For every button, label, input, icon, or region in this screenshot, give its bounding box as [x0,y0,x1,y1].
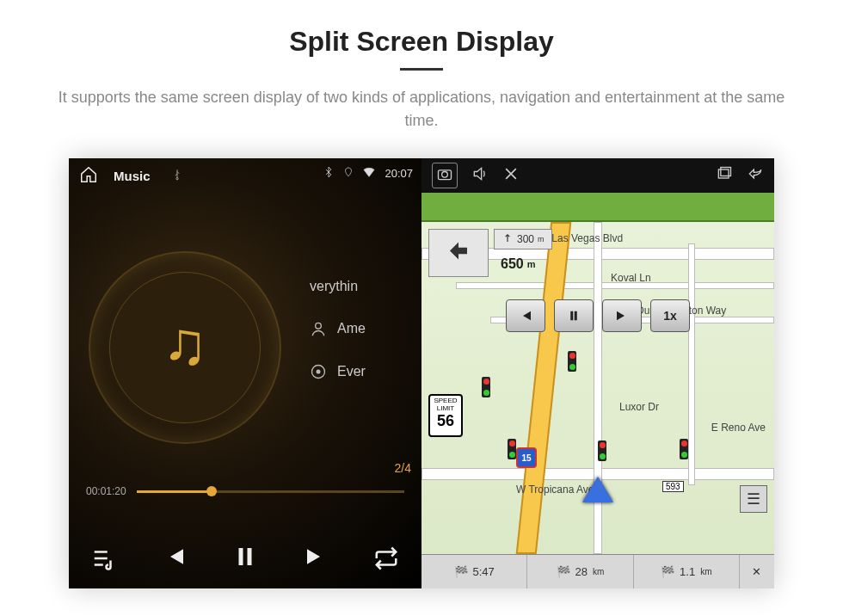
close-icon[interactable] [502,165,520,186]
nav-bottom-bar: 🏁 5:47 🏁 28 km 🏁 1.1 km ✕ [422,554,774,588]
wifi-icon [362,165,376,182]
svg-rect-10 [575,311,577,321]
seek-thumb[interactable] [206,486,217,496]
traffic-light-icon [598,440,606,461]
track-title-row: verythin [310,279,366,294]
source-text: Ever [337,364,366,379]
map-area[interactable]: S Las Vegas Blvd Koval Ln Duke Ellington… [422,222,774,554]
svg-rect-8 [721,168,731,176]
camera-icon[interactable] [432,163,458,188]
album-art[interactable]: ♫ [90,253,280,442]
vehicle-cursor-icon [582,477,613,502]
track-index: 2/4 [395,461,411,475]
person-icon [310,320,327,337]
remaining-cell[interactable]: 🏁 28 km [527,555,633,588]
artist-row: Ame [310,320,366,337]
music-note-icon: ♫ [163,309,208,378]
street-luxor: Luxor Dr [619,401,659,413]
next-value: 1.1 [680,565,695,578]
nav-top-bar [422,193,774,222]
route-shield-15: 15 [516,447,537,468]
turn-primary-dist: 650 [501,256,524,272]
prev-track-button[interactable] [162,544,188,573]
flag-icon: 🏁 [454,565,468,578]
turn-ahead-icon [501,233,514,245]
bluetooth-icon [323,166,335,181]
page-title: Split Screen Display [0,26,843,58]
clock-value: 20:07 [385,167,413,180]
music-controls [69,544,422,573]
traffic-light-icon [568,351,576,372]
turn-secondary-dist: 300 [517,233,534,245]
track-title-text: verythin [310,279,358,294]
turn-secondary: 300 m [494,229,552,249]
playlist-icon[interactable] [91,545,117,571]
svg-rect-3 [239,548,243,565]
volume-icon[interactable] [471,165,489,186]
turn-primary-dist-box: 650 m [494,253,552,275]
split-screen-device: Music 20:07 ♫ verythin [69,158,774,588]
seek-bar[interactable] [137,490,404,493]
navigation-pane: S Las Vegas Blvd Koval Ln Duke Ellington… [422,158,774,588]
location-icon [343,167,354,180]
svg-rect-9 [570,311,573,321]
page-subtitle: It supports the same screen display of t… [52,86,791,132]
disc-icon [310,363,327,380]
next-flag-icon: 🏁 [661,565,674,578]
seek-fill [137,490,212,493]
remaining-value: 28 [575,565,588,578]
pause-button[interactable] [232,544,258,573]
turn-primary [428,229,489,277]
track-info: verythin Ame Ever [310,279,366,380]
street-las-vegas-blvd: S Las Vegas Blvd [542,232,623,244]
turn-left-icon [446,240,471,266]
traffic-light-icon [508,439,516,459]
svg-point-0 [316,323,322,329]
back-icon[interactable] [747,165,764,186]
route-playback-controls: 1x [506,299,690,332]
close-nav-button[interactable]: ✕ [740,555,774,588]
next-turn-cell[interactable]: 🏁 1.1 km [634,555,740,588]
svg-point-2 [317,370,321,374]
exit-badge: 593 [662,481,684,492]
artist-text: Ame [337,321,366,336]
distance-icon: 🏁 [557,565,570,578]
eta-cell[interactable]: 🏁 5:47 [422,555,527,588]
elapsed-time: 00:01:20 [86,485,126,497]
next-unit: km [700,567,711,576]
turn-secondary-unit: m [538,235,545,243]
traffic-light-icon [482,377,490,397]
progress-row: 00:01:20 [86,485,404,497]
source-row: Ever [310,363,366,380]
next-track-button[interactable] [303,544,329,573]
svg-point-6 [442,172,448,178]
route-next-button[interactable] [602,299,642,332]
home-icon[interactable] [79,165,98,187]
speed-value: 56 [430,413,461,430]
repeat-icon[interactable] [373,545,399,571]
route-speed-button[interactable]: 1x [650,299,690,332]
remaining-unit: km [593,567,604,576]
route-prev-button[interactable] [506,299,545,332]
music-pane: Music 20:07 ♫ verythin [69,158,422,588]
speed-limit-sign: SPEED LIMIT 56 [428,394,463,437]
street-koval: Koval Ln [611,272,651,284]
map-menu-button[interactable]: ☰ [740,485,767,513]
music-status-right: 20:07 [323,165,413,182]
turn-panel: 300 m 650 m [428,229,552,277]
music-app-label: Music [114,169,151,183]
recent-apps-icon[interactable] [716,165,733,186]
system-bar [422,158,774,193]
usb-icon [171,169,183,183]
route-pause-button[interactable] [554,299,594,332]
eta-value: 5:47 [473,565,495,578]
svg-rect-7 [718,169,729,178]
street-reno: E Reno Ave [711,422,766,434]
traffic-light-icon [680,439,688,459]
title-underline [400,68,443,71]
svg-rect-4 [248,548,252,565]
turn-primary-unit: m [527,259,536,269]
